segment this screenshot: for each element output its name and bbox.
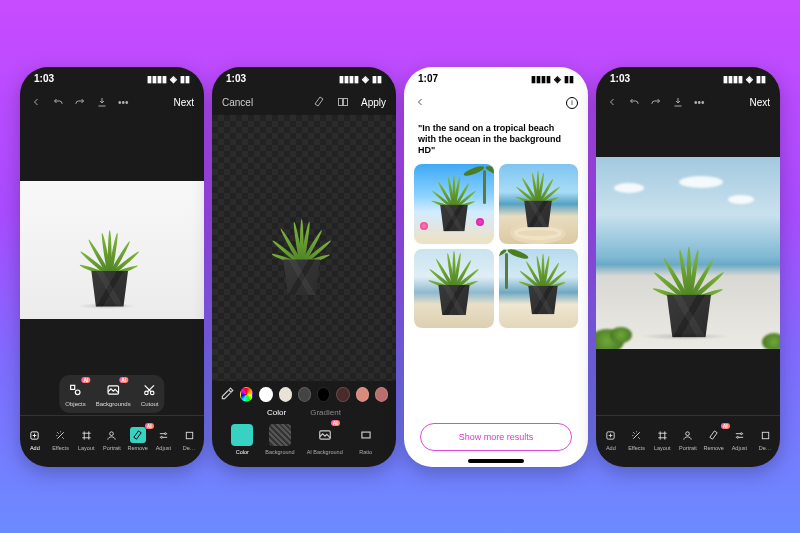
mode-ratio[interactable]: Ratio: [355, 424, 377, 455]
popup-cutout[interactable]: Cutout: [141, 381, 159, 407]
more-icon[interactable]: •••: [118, 97, 129, 108]
tool-label: De…: [183, 445, 196, 451]
battery-icon: ▮▮: [180, 74, 190, 84]
cutout-icon: [141, 381, 159, 399]
plant-subject: [87, 271, 133, 307]
tool-label: Add: [30, 445, 40, 451]
status-bar: 1:03 ▮▮▮▮ ◈ ▮▮: [212, 67, 396, 91]
color-swatch[interactable]: [356, 387, 369, 402]
tab-gradient[interactable]: Gradient: [310, 408, 341, 417]
tool-label: Effects: [628, 445, 645, 451]
flower-decor: [420, 222, 428, 230]
ai-badge: AI: [119, 377, 128, 383]
phone-2-background-color: 1:03 ▮▮▮▮ ◈ ▮▮ Cancel Apply: [212, 67, 396, 467]
battery-icon: ▮▮: [756, 74, 766, 84]
back-icon[interactable]: [606, 96, 618, 110]
tool-adjust[interactable]: Adjust: [151, 427, 175, 451]
back-icon[interactable]: [30, 96, 42, 110]
tool-label: Portrait: [679, 445, 697, 451]
popup-label: Backgrounds: [96, 401, 131, 407]
color-swatch[interactable]: [279, 387, 292, 402]
mode-background[interactable]: Background: [265, 424, 294, 455]
tool-layout[interactable]: Layout: [650, 427, 674, 451]
compare-icon[interactable]: [337, 96, 349, 110]
portrait-icon: [104, 427, 120, 443]
effects-icon: [629, 427, 645, 443]
tool-extra[interactable]: De…: [753, 427, 777, 451]
svg-rect-9: [186, 432, 192, 438]
tool-label: Layout: [78, 445, 95, 451]
remove-icon: [706, 427, 722, 443]
mode-color[interactable]: Color: [231, 424, 253, 455]
popup-label: Cutout: [141, 401, 159, 407]
portrait-icon: [680, 427, 696, 443]
tab-color[interactable]: Color: [267, 408, 286, 417]
redo-icon[interactable]: [74, 96, 86, 110]
eyedropper-icon[interactable]: [220, 387, 234, 401]
apply-button[interactable]: Apply: [361, 97, 386, 108]
plant-cutout: [279, 259, 325, 295]
canvas-content: [596, 115, 780, 415]
tool-portrait[interactable]: Portrait: [676, 427, 700, 451]
tool-adjust[interactable]: Adjust: [727, 427, 751, 451]
status-time: 1:07: [418, 73, 438, 84]
result-thumbnail[interactable]: [499, 164, 579, 244]
popup-backgrounds[interactable]: AI Backgrounds: [96, 381, 131, 407]
download-icon[interactable]: [96, 96, 108, 110]
info-icon[interactable]: i: [566, 97, 578, 109]
tool-add[interactable]: Add: [23, 427, 47, 451]
tool-effects[interactable]: Effects: [49, 427, 73, 451]
color-swatch[interactable]: [317, 387, 330, 402]
svg-point-6: [110, 431, 114, 435]
eraser-icon[interactable]: [313, 96, 325, 110]
signal-icon: ▮▮▮▮: [531, 74, 551, 84]
download-icon[interactable]: [672, 96, 684, 110]
tool-remove[interactable]: AIRemove: [702, 427, 726, 451]
color-swatch[interactable]: [259, 387, 272, 402]
wifi-icon: ◈: [362, 74, 369, 84]
tool-effects[interactable]: Effects: [625, 427, 649, 451]
next-button[interactable]: Next: [749, 97, 770, 108]
show-more-button[interactable]: Show more results: [420, 423, 572, 451]
color-swatch[interactable]: [375, 387, 388, 402]
background-mode-icon: [269, 424, 291, 446]
result-thumbnail[interactable]: [414, 164, 494, 244]
tool-portrait[interactable]: Portrait: [100, 427, 124, 451]
color-picker-swatch[interactable]: [240, 387, 253, 402]
tool-add[interactable]: Add: [599, 427, 623, 451]
editor-canvas-transparent[interactable]: [212, 115, 396, 381]
tool-layout[interactable]: Layout: [74, 427, 98, 451]
status-time: 1:03: [610, 73, 630, 84]
undo-icon[interactable]: [628, 96, 640, 110]
result-thumbnail[interactable]: [414, 249, 494, 329]
more-icon[interactable]: •••: [694, 97, 705, 108]
result-thumbnail[interactable]: [499, 249, 579, 329]
status-icons: ▮▮▮▮ ◈ ▮▮: [723, 74, 766, 84]
undo-icon[interactable]: [52, 96, 64, 110]
svg-point-7: [164, 432, 166, 434]
mode-ai-background[interactable]: AIAI Background: [307, 424, 343, 455]
editor-canvas[interactable]: [596, 115, 780, 415]
tool-remove[interactable]: AIRemove: [126, 427, 150, 451]
cancel-button[interactable]: Cancel: [222, 97, 253, 108]
tool-extra[interactable]: De…: [177, 427, 201, 451]
editor-canvas[interactable]: AI Objects AI Backgrounds Cutout: [20, 115, 204, 415]
redo-icon[interactable]: [650, 96, 662, 110]
background-mode-toolbar: Color Background AIAI Background Ratio: [212, 421, 396, 467]
extra-icon: [757, 427, 773, 443]
svg-point-17: [737, 436, 739, 438]
popup-objects[interactable]: AI Objects: [65, 381, 85, 407]
battery-icon: ▮▮: [372, 74, 382, 84]
ai-badge: AI: [331, 420, 340, 426]
back-icon[interactable]: [414, 96, 426, 110]
next-button[interactable]: Next: [173, 97, 194, 108]
color-swatch[interactable]: [298, 387, 311, 402]
editor-nav: ••• Next: [20, 91, 204, 115]
color-swatch[interactable]: [336, 387, 349, 402]
flower-decor: [476, 218, 484, 226]
wifi-icon: ◈: [746, 74, 753, 84]
layout-icon: [654, 427, 670, 443]
tool-label: Adjust: [732, 445, 747, 451]
svg-rect-0: [71, 385, 75, 389]
home-indicator: [468, 459, 524, 463]
